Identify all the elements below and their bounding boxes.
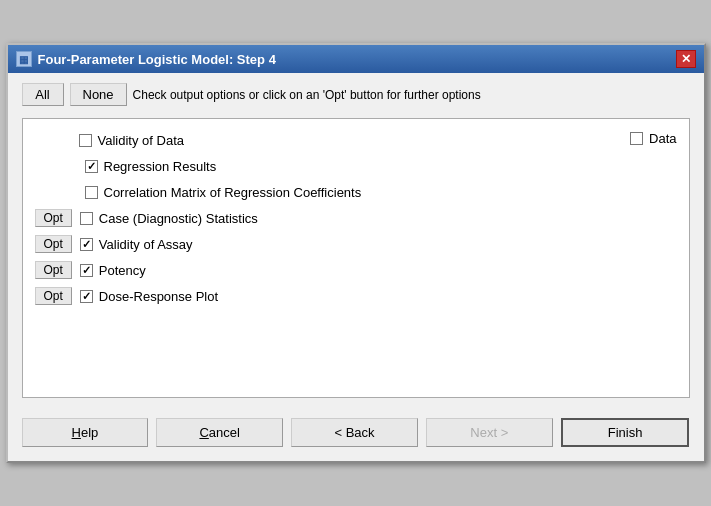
opt-potency-button[interactable]: Opt — [35, 261, 72, 279]
next-button[interactable]: Next > — [426, 418, 553, 447]
correlation-matrix-row: Correlation Matrix of Regression Coeffic… — [85, 185, 362, 200]
list-item: Opt Case (Diagnostic) Statistics — [35, 207, 601, 229]
correlation-matrix-checkbox[interactable] — [85, 186, 98, 199]
back-button[interactable]: < Back — [291, 418, 418, 447]
validity-of-assay-row: Validity of Assay — [80, 237, 193, 252]
window-title: Four-Parameter Logistic Model: Step 4 — [38, 52, 276, 67]
regression-results-checkbox[interactable] — [85, 160, 98, 173]
dose-response-checkbox[interactable] — [80, 290, 93, 303]
close-button[interactable]: ✕ — [676, 50, 696, 68]
validity-of-data-row: Validity of Data — [79, 133, 184, 148]
list-item: Validity of Data — [35, 129, 601, 151]
list-item: Regression Results — [85, 155, 601, 177]
case-diagnostic-row: Case (Diagnostic) Statistics — [80, 211, 258, 226]
cancel-button[interactable]: Cancel — [156, 418, 283, 447]
title-bar-left: ▦ Four-Parameter Logistic Model: Step 4 — [16, 51, 276, 67]
finish-button[interactable]: Finish — [561, 418, 690, 447]
instruction-text: Check output options or click on an 'Opt… — [133, 88, 481, 102]
title-bar: ▦ Four-Parameter Logistic Model: Step 4 … — [8, 45, 704, 73]
validity-of-assay-checkbox[interactable] — [80, 238, 93, 251]
help-button[interactable]: Help — [22, 418, 149, 447]
main-window: ▦ Four-Parameter Logistic Model: Step 4 … — [6, 43, 706, 463]
potency-row: Potency — [80, 263, 146, 278]
list-item: Opt Potency — [35, 259, 601, 281]
correlation-matrix-label: Correlation Matrix of Regression Coeffic… — [104, 185, 362, 200]
right-options: Data — [600, 129, 676, 146]
opt-validity-assay-button[interactable]: Opt — [35, 235, 72, 253]
cancel-underline: C — [199, 425, 208, 440]
list-item: Opt Validity of Assay — [35, 233, 601, 255]
validity-of-data-label: Validity of Data — [98, 133, 184, 148]
next-label: Next > — [470, 425, 508, 440]
potency-label: Potency — [99, 263, 146, 278]
potency-checkbox[interactable] — [80, 264, 93, 277]
opt-case-diagnostic-button[interactable]: Opt — [35, 209, 72, 227]
all-button[interactable]: All — [22, 83, 64, 106]
top-toolbar: All None Check output options or click o… — [22, 83, 690, 106]
options-area: Validity of Data Regression Results — [22, 118, 690, 398]
list-item: Opt Dose-Response Plot — [35, 285, 601, 307]
back-label: < Back — [334, 425, 374, 440]
data-row: Data — [630, 131, 676, 146]
validity-of-data-checkbox[interactable] — [79, 134, 92, 147]
help-underline: H — [72, 425, 81, 440]
data-label: Data — [649, 131, 676, 146]
left-options: Validity of Data Regression Results — [35, 129, 601, 311]
content-area: All None Check output options or click o… — [8, 73, 704, 461]
help-rest: elp — [81, 425, 98, 440]
case-diagnostic-label: Case (Diagnostic) Statistics — [99, 211, 258, 226]
data-checkbox[interactable] — [630, 132, 643, 145]
none-button[interactable]: None — [70, 83, 127, 106]
dose-response-label: Dose-Response Plot — [99, 289, 218, 304]
opt-dose-response-button[interactable]: Opt — [35, 287, 72, 305]
finish-label: Finish — [608, 425, 643, 440]
list-item: Correlation Matrix of Regression Coeffic… — [85, 181, 601, 203]
validity-of-assay-label: Validity of Assay — [99, 237, 193, 252]
regression-results-row: Regression Results — [85, 159, 217, 174]
bottom-buttons: Help Cancel < Back Next > Finish — [22, 412, 690, 451]
case-diagnostic-checkbox[interactable] — [80, 212, 93, 225]
dose-response-row: Dose-Response Plot — [80, 289, 218, 304]
cancel-rest: ancel — [209, 425, 240, 440]
app-icon: ▦ — [16, 51, 32, 67]
regression-results-label: Regression Results — [104, 159, 217, 174]
